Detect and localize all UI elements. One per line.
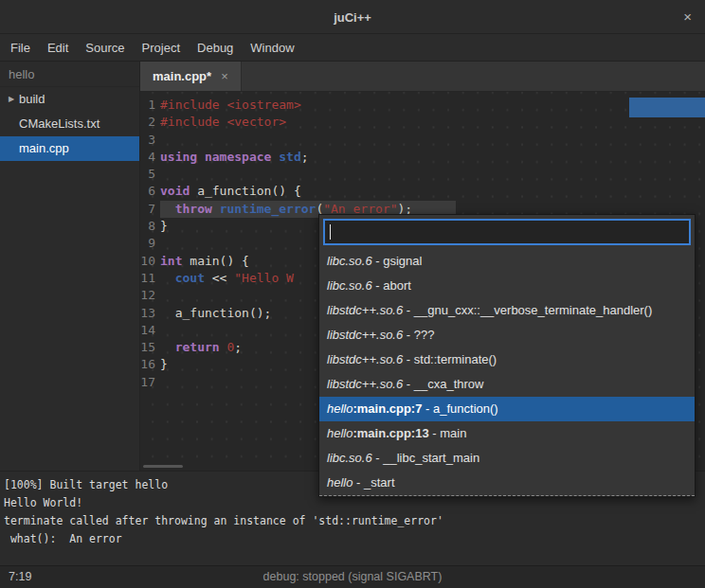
window-title: juCi++ [334,10,371,25]
stack-frame-item[interactable]: libstdc++.so.6 - __cxa_throw [319,372,695,397]
frame-symbol: - a_function() [422,401,497,416]
line-number[interactable]: 10 [140,253,160,270]
line-number[interactable]: 2 [140,114,160,131]
frame-module: hello [327,401,352,416]
stack-frame-item[interactable]: libc.so.6 - abort [319,274,695,298]
code-token [160,202,175,216]
frame-symbol: - main [429,426,467,440]
frame-symbol: - __gnu_cxx::__verbose_terminate_handler… [403,303,652,317]
tree-item-label: CMakeLists.txt [19,112,99,136]
tab-main-cpp[interactable]: main.cpp* × [140,62,242,91]
scrollbar-overview[interactable] [629,98,705,117]
debug-status: debug: stopped (signal SIGABRT) [0,566,705,588]
line-number[interactable]: 7 [140,201,160,218]
line-number[interactable]: 3 [140,132,160,149]
frame-symbol: - std::terminate() [403,352,497,366]
tab-label: main.cpp* [153,69,211,83]
stack-frame-item[interactable]: hello:main.cpp:7 - a_function() [319,397,695,421]
code-text: return 0; [160,339,242,356]
line-number[interactable]: 14 [140,322,160,339]
line-number[interactable]: 17 [140,374,160,391]
menu-debug[interactable]: Debug [189,34,242,62]
menu-edit[interactable]: Edit [39,34,77,62]
project-name: hello [0,62,139,87]
line-number[interactable]: 4 [140,149,160,166]
code-token: std [279,150,300,164]
sidebar-item-main-cpp[interactable]: main.cpp [0,136,139,161]
frame-module: libstdc++.so.6 [327,303,403,317]
sidebar-item-build[interactable]: ▶ build [0,87,139,112]
tree-item-label: main.cpp [19,136,69,161]
line-number[interactable]: 13 [140,305,160,322]
line-number[interactable]: 9 [140,235,160,252]
code-token: } [160,219,168,233]
stack-frame-item[interactable]: hello:main.cpp:13 - main [319,421,695,446]
code-token [160,340,175,354]
code-text: void a_function() { [160,183,301,200]
menu-source[interactable]: Source [77,34,133,62]
close-icon[interactable]: × [683,0,692,34]
frame-module: hello [327,475,352,490]
horizontal-scrollbar[interactable] [143,465,183,468]
code-text: a_function(); [160,305,271,322]
code-line[interactable]: 2#include <vector> [140,114,705,131]
line-number[interactable]: 12 [140,287,160,304]
stack-frame-item[interactable]: libstdc++.so.6 - ??? [319,323,695,347]
code-token: } [160,357,168,371]
menu-window[interactable]: Window [242,34,302,62]
code-token: int [160,254,182,268]
tab-close-icon[interactable]: × [221,69,228,83]
stack-frame-list: libc.so.6 - gsignallibc.so.6 - abortlibs… [319,249,695,496]
code-text: using namespace std; [160,149,309,166]
stack-frame-item[interactable]: hello - _start [319,471,695,495]
code-token: cout [175,271,205,285]
line-number[interactable]: 6 [140,183,160,200]
menu-file[interactable]: File [2,34,39,62]
text-caret [330,224,331,240]
line-number[interactable]: 11 [140,270,160,287]
code-token: ; [301,150,309,164]
line-number[interactable]: 15 [140,339,160,356]
frame-module: libstdc++.so.6 [327,352,403,366]
code-token: << [205,271,234,285]
frame-symbol: - abort [372,278,411,293]
code-text: } [160,218,168,235]
sidebar-item-cmakelists[interactable]: CMakeLists.txt [0,112,139,136]
code-line[interactable]: 1#include <iostream> [140,97,705,114]
stack-frame-item[interactable]: libstdc++.so.6 - __gnu_cxx::__verbose_te… [319,298,695,323]
frame-symbol: - __libc_start_main [372,451,479,465]
code-token [160,271,175,285]
code-line[interactable]: 6void a_function() { [140,183,705,200]
stack-frame-item[interactable]: libc.so.6 - __libc_start_main [319,446,695,471]
frame-module: libstdc++.so.6 [327,377,403,391]
frame-location: :main.cpp:13 [352,426,428,440]
menubar: File Edit Source Project Debug Window [0,34,705,62]
code-line[interactable]: 3 [140,132,705,149]
code-token: void [160,184,190,198]
menu-project[interactable]: Project [134,34,189,62]
line-number[interactable]: 1 [140,97,160,114]
code-token [212,202,220,216]
code-token: throw [175,202,212,216]
code-token: a_function() { [190,184,300,198]
line-number[interactable]: 8 [140,218,160,235]
line-number[interactable]: 16 [140,356,160,373]
frame-module: hello [327,426,352,440]
stack-search-input[interactable] [323,219,691,245]
line-number[interactable]: 5 [140,166,160,183]
code-text: #include <iostream> [160,97,301,114]
code-line[interactable]: 4using namespace std; [140,149,705,166]
output-line: terminate called after throwing an insta… [4,512,701,530]
stack-frame-item[interactable]: libstdc++.so.6 - std::terminate() [319,347,695,372]
frame-module: libc.so.6 [327,278,372,293]
titlebar: juCi++ × [0,0,705,34]
code-token: #include <iostream> [160,98,301,112]
tabbar: main.cpp* × [140,62,705,92]
expander-icon[interactable]: ▶ [4,87,19,112]
frame-symbol: - __cxa_throw [403,377,483,391]
frame-module: libstdc++.so.6 [327,328,403,342]
stack-frame-item[interactable]: libc.so.6 - gsignal [319,249,695,274]
frame-module: libc.so.6 [327,254,372,268]
code-line[interactable]: 5 [140,166,705,183]
frame-symbol: - gsignal [372,254,423,268]
